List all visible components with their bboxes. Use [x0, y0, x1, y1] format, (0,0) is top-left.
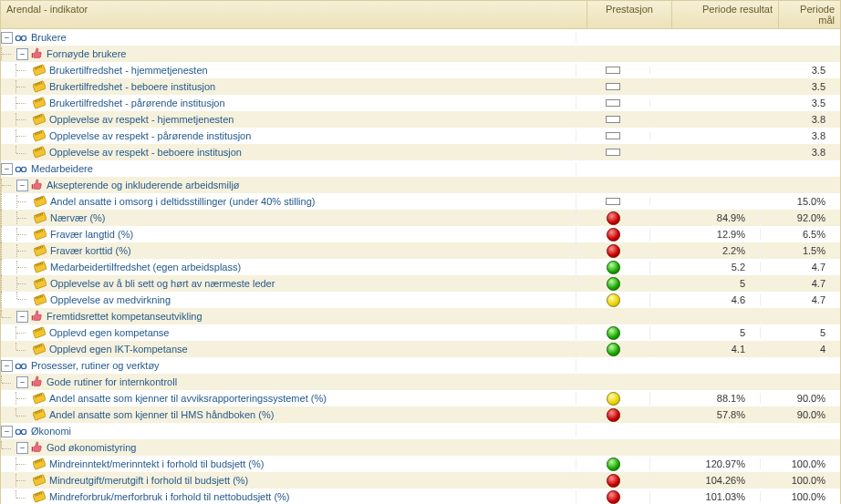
indicator-row[interactable]: Fravær langtid (%)12.9%6.5%: [1, 226, 840, 242]
row-label: Mindreinntekt/merinntekt i forhold til b…: [49, 458, 264, 469]
ruler-icon: [33, 129, 49, 142]
ruler-icon: [34, 244, 50, 257]
row-label: Fravær korttid (%): [50, 245, 131, 256]
row-label: Aksepterende og inkluderende arbeidsmilj…: [47, 180, 240, 190]
expand-toggle[interactable]: −: [1, 32, 13, 44]
header-indicator[interactable]: Arendal - indikator: [1, 1, 587, 28]
row-label: Opplevelse av medvirkning: [50, 294, 171, 305]
ruler-icon: [33, 490, 49, 503]
indicator-row[interactable]: Andel ansatte som kjenner til HMS håndbo…: [1, 406, 840, 423]
periode-resultat: 4.1: [650, 344, 761, 355]
table-header: Arendal - indikator Prestasjon Periode r…: [1, 1, 840, 29]
row-label: Opplevelse av respekt - beboere institus…: [49, 147, 242, 158]
expand-toggle[interactable]: −: [1, 360, 13, 372]
row-label: Mindreforbruk/merforbruk i forhold til n…: [49, 491, 290, 502]
ruler-icon: [34, 277, 50, 290]
status-green-icon: [607, 277, 620, 291]
row-label: Nærvær (%): [50, 212, 106, 223]
row-label: God økonomistyring: [47, 442, 136, 453]
indicator-row[interactable]: Opplevelse av å bli sett og hørt av nærm…: [1, 275, 840, 292]
row-label: Fravær langtid (%): [50, 229, 133, 240]
section-row[interactable]: −Medarbeidere: [1, 160, 840, 177]
svg-point-94: [16, 364, 20, 368]
ruler-icon: [34, 211, 50, 224]
expand-toggle[interactable]: −: [16, 48, 28, 60]
periode-resultat: 84.9%: [650, 212, 761, 223]
indicator-row[interactable]: Medarbeidertilfredshet (egen arbeidsplas…: [1, 259, 840, 275]
status-green-icon: [607, 326, 620, 340]
row-label: Gode rutiner for internkontroll: [47, 376, 177, 387]
indicator-row[interactable]: Nærvær (%)84.9%92.0%: [1, 210, 840, 226]
periode-mal: 92.0%: [761, 212, 840, 223]
indicator-row[interactable]: Brukertilfredshet - hjemmetjenesten3.5: [1, 62, 840, 78]
section-row[interactable]: −Brukere: [1, 29, 840, 46]
group-row[interactable]: −Gode rutiner for internkontroll: [1, 374, 840, 390]
status-none-icon: [606, 132, 620, 139]
status-none-icon: [606, 67, 620, 74]
indicator-row[interactable]: Brukertilfredshet - beboere institusjon3…: [1, 78, 840, 95]
ruler-icon: [33, 80, 49, 93]
periode-resultat: 5.2: [650, 262, 761, 273]
periode-mal: 4: [761, 344, 840, 355]
periode-resultat: 88.1%: [650, 393, 761, 404]
svg-point-0: [16, 36, 20, 40]
header-prestasjon[interactable]: Prestasjon: [587, 1, 672, 28]
glasses-icon: [15, 31, 31, 44]
section-row[interactable]: −Prosesser, rutiner og verktøy: [1, 357, 840, 374]
expand-toggle[interactable]: −: [16, 311, 28, 323]
periode-resultat: 4.6: [650, 294, 761, 305]
expand-toggle[interactable]: −: [16, 442, 28, 454]
status-yellow-icon: [607, 293, 620, 307]
periode-mal: 15.0%: [761, 196, 840, 207]
row-label: Opplevelse av respekt - pårørende instit…: [49, 130, 251, 141]
periode-mal: 100.0%: [761, 475, 840, 486]
group-row[interactable]: −Aksepterende og inkluderende arbeidsmil…: [1, 177, 840, 193]
periode-resultat: 101.03%: [650, 491, 761, 502]
section-row[interactable]: −Økonomi: [1, 423, 840, 439]
header-periode-resultat[interactable]: Periode resultat: [672, 1, 779, 28]
row-label: Andel ansatte i omsorg i deltidsstilling…: [50, 196, 315, 207]
glasses-icon: [15, 425, 31, 437]
periode-resultat: 12.9%: [650, 229, 761, 240]
row-label: Mindreutgift/merutgift i forhold til bud…: [49, 475, 248, 486]
status-green-icon: [607, 261, 620, 274]
expand-toggle[interactable]: −: [1, 163, 13, 175]
status-green-icon: [607, 343, 620, 356]
group-row[interactable]: −Fremtidsrettet kompetanseutvikling: [1, 308, 840, 324]
periode-mal: 90.0%: [761, 409, 840, 420]
indicator-row[interactable]: Opplevelse av medvirkning4.64.7: [1, 292, 840, 308]
row-label: Fremtidsrettet kompetanseutvikling: [47, 311, 202, 322]
svg-point-39: [21, 167, 26, 171]
status-none-icon: [606, 149, 620, 156]
indicator-row[interactable]: Mindreutgift/merutgift i forhold til bud…: [1, 472, 840, 489]
row-label: Brukertilfredshet - pårørende institusjo…: [49, 98, 225, 108]
indicator-row[interactable]: Andel ansatte i omsorg i deltidsstilling…: [1, 193, 840, 210]
ruler-icon: [33, 113, 49, 126]
indicator-row[interactable]: Opplevelse av respekt - beboere institus…: [1, 144, 840, 160]
indicator-row[interactable]: Mindreinntekt/merinntekt i forhold til b…: [1, 456, 840, 472]
expand-toggle[interactable]: −: [1, 426, 13, 437]
ruler-icon: [33, 64, 49, 77]
indicator-row[interactable]: Brukertilfredshet - pårørende institusjo…: [1, 95, 840, 111]
status-red-icon: [607, 211, 620, 225]
row-label: Fornøyde brukere: [47, 48, 126, 59]
indicator-row[interactable]: Mindreforbruk/merforbruk i forhold til n…: [1, 489, 840, 504]
indicator-row[interactable]: Fravær korttid (%)2.2%1.5%: [1, 242, 840, 259]
header-periode-mal[interactable]: Periode mål: [779, 1, 840, 28]
group-row[interactable]: −Fornøyde brukere: [1, 46, 840, 62]
row-label: Opplevelse av å bli sett og hørt av nærm…: [50, 278, 275, 289]
expand-toggle[interactable]: −: [16, 180, 28, 191]
indicator-row[interactable]: Opplevd egen kompetanse55: [1, 324, 840, 341]
status-green-icon: [607, 458, 620, 471]
group-row[interactable]: −God økonomistyring: [1, 439, 840, 456]
ruler-icon: [33, 97, 49, 109]
row-label: Medarbeidere: [31, 163, 93, 174]
indicator-row[interactable]: Andel ansatte som kjenner til avviksrapp…: [1, 390, 840, 406]
row-label: Brukertilfredshet - beboere institusjon: [49, 81, 215, 92]
indicator-row[interactable]: Opplevelse av respekt - pårørende instit…: [1, 128, 840, 144]
ruler-icon: [34, 195, 50, 208]
indicator-row[interactable]: Opplevelse av respekt - hjemmetjenesten3…: [1, 111, 840, 128]
status-red-icon: [607, 244, 620, 258]
expand-toggle[interactable]: −: [16, 376, 28, 388]
indicator-row[interactable]: Opplevd egen IKT-kompetanse4.14: [1, 341, 840, 357]
